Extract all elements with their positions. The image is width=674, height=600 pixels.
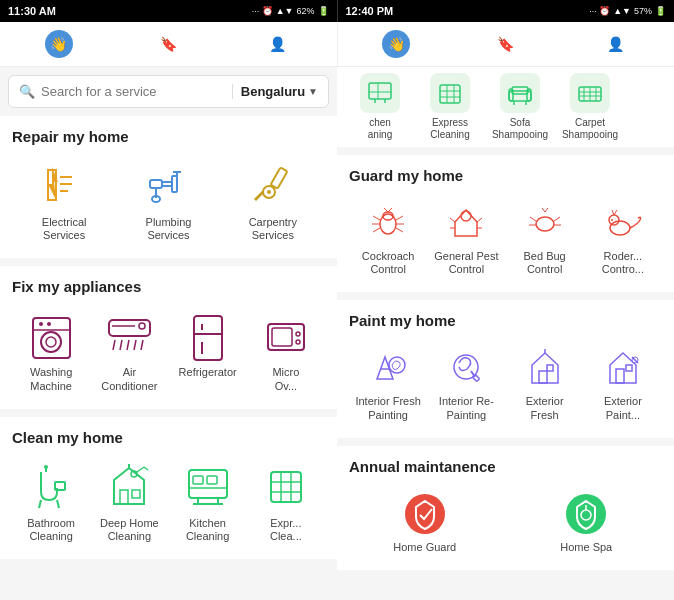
svg-rect-64 xyxy=(440,85,460,103)
svg-rect-111 xyxy=(473,375,480,382)
right-panel: chen aning Express Cleaning xyxy=(337,67,674,600)
svg-point-9 xyxy=(152,196,160,202)
microwave-sub: Ov... xyxy=(275,380,297,393)
electrical-label: Electrical xyxy=(42,216,87,229)
express-cleaning-icon xyxy=(430,73,470,113)
exterior-fresh-icon xyxy=(517,343,572,393)
refrigerator-icon xyxy=(178,309,238,364)
right-status-icons: ··· ⏰ ▲▼ 57% 🔋 xyxy=(589,6,666,16)
location-label: Bengaluru xyxy=(241,84,305,99)
kitchen-service[interactable]: Kitchen Cleaning xyxy=(169,456,247,547)
bathroom-service[interactable]: Bathroom Cleaning xyxy=(12,456,90,547)
home-spa-icon xyxy=(559,489,614,539)
exterior-fresh-label: Exterior xyxy=(526,395,564,408)
tab-home-right[interactable]: 👋 xyxy=(382,30,410,58)
kitchen-icon xyxy=(178,460,238,515)
ac-label: Air xyxy=(123,366,136,379)
svg-line-46 xyxy=(144,467,148,470)
svg-line-102 xyxy=(542,208,545,212)
scroll-item-3-line2: Shampooing xyxy=(492,129,548,141)
home-spa-service[interactable]: Home Spa xyxy=(511,485,663,558)
search-input[interactable] xyxy=(41,84,232,99)
svg-line-103 xyxy=(545,208,548,212)
orders-icon: 🔖 xyxy=(154,30,182,58)
svg-line-98 xyxy=(530,217,536,221)
top-scroll-kitchen-cleaning[interactable]: chen aning xyxy=(345,73,415,141)
rodent-label: Roder... xyxy=(604,250,643,263)
plumbing-sub: Services xyxy=(147,229,189,242)
svg-point-17 xyxy=(41,332,61,352)
scroll-item-2-line1: Express xyxy=(432,117,468,129)
svg-point-14 xyxy=(267,190,271,194)
tab-orders-right[interactable]: 🔖 xyxy=(492,30,520,58)
svg-point-37 xyxy=(296,340,300,344)
top-scroll-carpet[interactable]: Carpet Shampooing xyxy=(555,73,625,141)
general-pest-service[interactable]: General Pest Control xyxy=(427,194,505,280)
general-pest-sub: Control xyxy=(449,263,484,276)
washing-machine-service[interactable]: Washing Machine xyxy=(12,305,90,396)
svg-line-100 xyxy=(554,217,560,221)
deep-home-service[interactable]: Deep Home Cleaning xyxy=(90,456,168,547)
microwave-service[interactable]: Micro Ov... xyxy=(247,305,325,396)
tab-orders-left[interactable]: 🔖 xyxy=(154,30,182,58)
svg-rect-115 xyxy=(616,369,624,383)
annual-section: Annual maintanence Home Guard xyxy=(337,446,674,570)
cockroach-icon xyxy=(361,198,416,248)
rodent-service[interactable]: Roder... Contro... xyxy=(584,194,662,280)
appliances-title: Fix my appliances xyxy=(12,278,325,295)
svg-rect-48 xyxy=(193,476,203,484)
svg-line-90 xyxy=(396,228,403,232)
svg-rect-30 xyxy=(194,316,222,360)
tab-bars: 👋 🔖 👤 👋 🔖 👤 xyxy=(0,22,674,67)
left-status-bar: 11:30 AM ··· ⏰ ▲▼ 62% 🔋 xyxy=(0,0,338,22)
left-time: 11:30 AM xyxy=(8,5,56,17)
interior-repaint-service[interactable]: Interior Re- Painting xyxy=(427,339,505,425)
svg-rect-116 xyxy=(626,365,632,371)
express-clean-service[interactable]: Expr... Clea... xyxy=(247,456,325,547)
svg-line-94 xyxy=(477,218,482,222)
svg-line-87 xyxy=(373,228,380,232)
clean-section: Clean my home Bathroom xyxy=(0,417,337,559)
cockroach-sub: Control xyxy=(370,263,405,276)
top-scroll-express-cleaning[interactable]: Express Cleaning xyxy=(415,73,485,141)
search-icon: 🔍 xyxy=(19,84,35,99)
svg-point-108 xyxy=(611,219,613,221)
tab-profile-right[interactable]: 👤 xyxy=(601,30,629,58)
right-status-bar: 12:40 PM ··· ⏰ ▲▼ 57% 🔋 xyxy=(338,0,675,22)
svg-point-42 xyxy=(44,465,48,469)
svg-line-88 xyxy=(396,216,403,220)
microwave-label: Micro xyxy=(272,366,299,379)
interior-repaint-sub: Painting xyxy=(446,409,486,422)
exterior-fresh-service[interactable]: Exterior Fresh xyxy=(506,339,584,425)
scroll-item-2-line2: Cleaning xyxy=(430,129,469,141)
deep-home-label: Deep Home xyxy=(100,517,159,530)
tab-home-left[interactable]: 👋 xyxy=(45,30,73,58)
svg-rect-112 xyxy=(539,371,547,383)
electrical-service[interactable]: Electrical Services xyxy=(12,155,116,246)
ac-service[interactable]: Air Conditioner xyxy=(90,305,168,396)
home-guard-service[interactable]: Home Guard xyxy=(349,485,501,558)
home-spa-label: Home Spa xyxy=(560,541,612,554)
svg-rect-7 xyxy=(172,176,177,192)
carpentry-service[interactable]: Carpentry Services xyxy=(221,155,325,246)
refrigerator-service[interactable]: Refrigerator xyxy=(169,305,247,396)
cockroach-service[interactable]: Cockroach Control xyxy=(349,194,427,280)
svg-rect-54 xyxy=(271,472,301,502)
scroll-item-4-line1: Carpet xyxy=(575,117,605,129)
rodent-icon xyxy=(595,198,650,248)
exterior-paint-service[interactable]: Exterior Paint... xyxy=(584,339,662,425)
clean-grid: Bathroom Cleaning xyxy=(12,456,325,547)
scroll-item-1-line2: aning xyxy=(368,129,392,141)
interior-fresh-service[interactable]: Interior Fresh Painting xyxy=(349,339,427,425)
interior-repaint-icon xyxy=(439,343,494,393)
svg-point-109 xyxy=(389,357,405,373)
right-tab-bar: 👋 🔖 👤 xyxy=(338,22,675,66)
top-scroll-sofa[interactable]: Sofa Shampooing xyxy=(485,73,555,141)
tab-profile-left[interactable]: 👤 xyxy=(264,30,292,58)
plumbing-service[interactable]: Plumbing Services xyxy=(116,155,220,246)
location-selector[interactable]: Bengaluru ▼ xyxy=(232,84,318,99)
svg-point-104 xyxy=(610,221,630,235)
home-guard-icon xyxy=(397,489,452,539)
svg-rect-113 xyxy=(547,365,553,371)
bed-bug-service[interactable]: Bed Bug Control xyxy=(506,194,584,280)
